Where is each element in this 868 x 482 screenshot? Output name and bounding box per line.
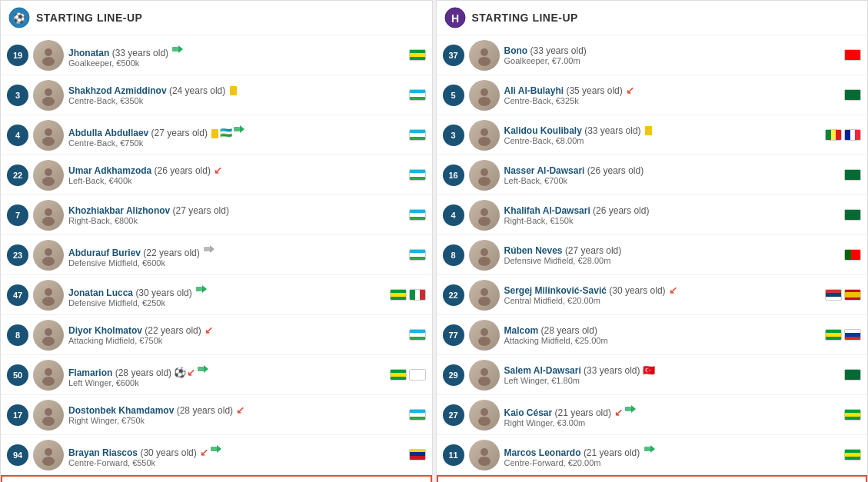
player-flags <box>844 449 861 460</box>
player-name[interactable]: Jonatan Lucca (30 years old) <box>68 282 390 298</box>
svg-point-49 <box>478 257 491 266</box>
team2-title: STARTING LINE-UP <box>472 12 578 24</box>
player-number: 11 <box>443 444 464 466</box>
avatar-silhouette <box>474 125 495 146</box>
player-number: 50 <box>7 364 28 386</box>
team1-header: ⚽ STARTING LINE-UP <box>1 1 432 35</box>
player-details: Centre-Back, €350k <box>68 96 409 105</box>
player-name[interactable]: Khozhiakbar Alizhonov (27 years old) <box>68 205 409 216</box>
player-avatar <box>469 40 500 71</box>
player-name[interactable]: Umar Adkhamzoda (26 years old) ↙ <box>68 165 409 176</box>
team1-panel: ⚽ STARTING LINE-UP 19 Jhonatan (33 years… <box>0 0 433 482</box>
team1-title: STARTING LINE-UP <box>36 12 142 24</box>
player-name[interactable]: Abdurauf Buriev (22 years old) <box>68 242 409 258</box>
player-name[interactable]: Malcom (28 years old) <box>504 325 826 336</box>
svg-point-12 <box>45 168 52 176</box>
player-number: 94 <box>7 444 28 466</box>
player-row: 11 Marcos Leonardo (21 years old) Centre… <box>437 435 868 475</box>
player-details: Right-Back, €150k <box>504 216 845 225</box>
player-name[interactable]: Sergej Milinković-Savić (30 years old) ↙ <box>504 284 826 296</box>
player-row: 19 Jhonatan (33 years old) Goalkeeper, €… <box>1 35 432 75</box>
player-number: 47 <box>7 284 28 306</box>
svg-marker-19 <box>210 245 215 253</box>
player-row: 17 Dostonbek Khamdamov (28 years old) ↙ … <box>1 395 432 435</box>
flag-sa <box>844 209 861 221</box>
avatar-silhouette <box>38 204 59 226</box>
avatar-silhouette <box>474 404 495 426</box>
player-name[interactable]: Jhonatan (33 years old) <box>68 42 409 58</box>
player-name[interactable]: Abdulla Abdullaev (27 years old) 🇺🇿 <box>68 122 409 138</box>
flag-uz <box>409 169 426 181</box>
svg-point-41 <box>478 97 491 106</box>
flag-uz <box>409 409 426 421</box>
player-avatar <box>469 320 500 351</box>
avatar-silhouette <box>474 165 495 186</box>
player-info: Kalidou Koulibaly (33 years old) Centre-… <box>504 125 826 145</box>
svg-point-44 <box>481 168 488 176</box>
svg-point-60 <box>481 448 488 456</box>
flag-uz <box>409 129 426 141</box>
svg-point-6 <box>45 88 52 96</box>
svg-marker-23 <box>202 285 207 293</box>
player-name[interactable]: Salem Al-Dawsari (33 years old) 🇹🇷 <box>504 364 845 376</box>
player-name[interactable]: Flamarion (28 years old) ⚽↙ <box>68 362 390 378</box>
player-flags <box>409 449 426 460</box>
player-details: Defensive Midfield, €28.00m <box>504 256 845 265</box>
player-name[interactable]: Brayan Riascos (30 years old) ↙ <box>68 442 409 458</box>
red-arrow-icon: ↙ <box>614 407 623 418</box>
player-info: Malcom (28 years old) Attacking Midfield… <box>504 325 826 345</box>
team2-logo: H <box>444 7 466 28</box>
player-avatar <box>33 200 64 231</box>
svg-point-61 <box>478 457 491 466</box>
red-arrow-icon: ↙ <box>205 324 213 336</box>
player-avatar <box>469 360 500 391</box>
flag-it <box>409 289 426 301</box>
svg-point-46 <box>481 208 488 216</box>
player-details: Left Winger, €600k <box>68 378 390 387</box>
player-name[interactable]: Kaio César (21 years old) ↙ <box>504 402 845 418</box>
flag-es <box>844 289 861 301</box>
red-arrow-icon: ↙ <box>626 85 634 96</box>
soccer-ball-icon: ⚽ <box>174 367 186 378</box>
player-number: 16 <box>443 165 464 186</box>
svg-point-13 <box>42 177 55 186</box>
svg-point-43 <box>478 137 491 146</box>
avatar-silhouette <box>38 125 59 146</box>
avatar-silhouette <box>38 404 59 426</box>
player-details: Defensive Midfield, €250k <box>68 298 390 307</box>
player-name[interactable]: Diyor Kholmatov (22 years old) ↙ <box>68 324 409 336</box>
player-info: Bono (33 years old) Goalkeeper, €7.00m <box>504 45 845 65</box>
player-row: 22 Umar Adkhamzoda (26 years old) ↙ Left… <box>1 155 432 195</box>
player-details: Left-Back, €700k <box>504 176 845 185</box>
player-name[interactable]: Nasser Al-Dawsari (26 years old) <box>504 165 845 176</box>
player-flags <box>409 249 426 261</box>
svg-marker-29 <box>204 365 208 373</box>
player-name[interactable]: Rúben Neves (27 years old) <box>504 245 845 256</box>
player-flags <box>409 49 426 61</box>
player-number: 29 <box>443 364 464 386</box>
player-flags <box>390 369 426 381</box>
player-number: 4 <box>7 125 28 146</box>
svg-point-7 <box>42 97 55 106</box>
svg-point-42 <box>481 128 488 136</box>
svg-point-8 <box>45 128 52 136</box>
svg-point-51 <box>478 297 491 306</box>
player-name[interactable]: Dostonbek Khamdamov (28 years old) ↙ <box>68 404 409 416</box>
player-name[interactable]: Kalidou Koulibaly (33 years old) <box>504 125 826 136</box>
avatar-silhouette <box>38 364 59 386</box>
player-name[interactable]: Ali Al-Bulayhi (35 years old) ↙ <box>504 85 845 96</box>
player-name[interactable]: Shakhzod Azmiddinov (24 years old) <box>68 85 409 96</box>
avatar-silhouette <box>38 165 59 186</box>
player-details: Centre-Back, €325k <box>504 96 845 105</box>
player-details: Goalkeeper, €500k <box>68 58 409 68</box>
player-info: Flamarion (28 years old) ⚽↙ Left Winger,… <box>68 362 390 387</box>
avatar-silhouette <box>474 244 495 266</box>
player-row: 7 Khozhiakbar Alizhonov (27 years old) R… <box>1 195 432 235</box>
player-name[interactable]: Bono (33 years old) <box>504 45 845 56</box>
player-row: 37 Bono (33 years old) Goalkeeper, €7.00… <box>437 35 868 75</box>
player-name[interactable]: Marcos Leonardo (21 years old) <box>504 442 845 458</box>
avatar-silhouette <box>38 444 59 466</box>
player-number: 27 <box>443 404 464 426</box>
player-details: Goalkeeper, €7.00m <box>504 56 845 65</box>
player-name[interactable]: Khalifah Al-Dawsari (26 years old) <box>504 205 845 216</box>
